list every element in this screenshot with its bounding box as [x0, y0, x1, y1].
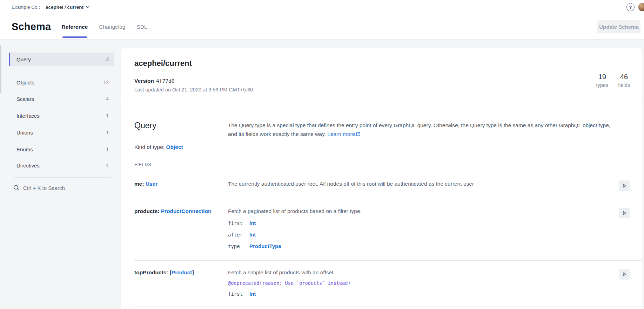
version-line: Version4f77d0 [134, 78, 174, 84]
play-icon [622, 183, 627, 188]
sidebar-item-query[interactable]: Query 3 [9, 53, 114, 66]
arg-type-link[interactable]: Int [249, 231, 617, 239]
page-title: Schema [12, 21, 51, 33]
type-description: The Query type is a special type that de… [228, 121, 617, 138]
stat-types: 19 types [596, 73, 608, 88]
arg-type-link[interactable]: Int [249, 290, 617, 298]
sidebar-item-enums[interactable]: Enums 1 [9, 143, 114, 156]
sidebar-item-directives[interactable]: Directives 4 [9, 159, 114, 172]
field-args: first Int after Int type ProductType [228, 219, 617, 250]
field-type-link[interactable]: ProductConnection [161, 208, 212, 214]
external-link-icon [356, 132, 360, 136]
run-in-explorer-button[interactable] [619, 208, 630, 218]
kind-of-type-link[interactable]: Object [166, 144, 183, 150]
tab-sdl[interactable]: SDL [136, 14, 147, 39]
version-value: 4f77d0 [156, 78, 174, 84]
sidebar-item-interfaces[interactable]: Interfaces 1 [9, 109, 114, 122]
update-schema-button[interactable]: Update Schema [597, 20, 640, 33]
run-in-explorer-button[interactable] [619, 269, 630, 280]
type-name: Query [134, 121, 228, 138]
arg-name: type [228, 242, 249, 250]
field-type-link[interactable]: Product [172, 269, 192, 275]
arg-name: after [228, 231, 249, 239]
sidebar-divider [14, 70, 110, 70]
graph-title: acephei/current [134, 59, 192, 68]
schema-reference-card: acephei/current Version4f77d0 Last updat… [121, 48, 642, 309]
search-hint: Ctrl + K to Search [23, 185, 65, 191]
field-row-partial [134, 307, 642, 309]
sidebar-item-scalars[interactable]: Scalars 4 [9, 92, 114, 105]
sidebar-count: 12 [103, 80, 109, 85]
tab-bar: Reference Changelog SDL [61, 14, 147, 39]
sidebar-item-unions[interactable]: Unions 1 [9, 126, 114, 139]
field-row-topproducts: topProducts: [Product] Fetch a simple li… [134, 261, 642, 307]
field-row-products: products: ProductConnection Fetch a pagi… [134, 199, 642, 261]
active-tab-underline [62, 36, 87, 38]
tab-reference[interactable]: Reference [61, 14, 88, 39]
schema-stats: 19 types 46 fields [596, 73, 630, 88]
kind-of-type-row: Kind of type: Object [134, 144, 629, 150]
schema-type-sidebar: Query 3 Objects 12 Scalars 4 Interfaces … [0, 40, 121, 309]
content-area: Query 3 Objects 12 Scalars 4 Interfaces … [0, 40, 644, 309]
sidebar-item-objects[interactable]: Objects 12 [9, 76, 114, 89]
search-icon [13, 185, 20, 191]
graph-selector-label: acephei / current [46, 5, 83, 10]
sidebar-divider [14, 177, 110, 178]
fields-section-label: FIELDS [134, 162, 629, 167]
arg-name: first [228, 219, 249, 227]
tab-changelog[interactable]: Changelog [99, 14, 125, 39]
arg-row: type ProductType [228, 242, 617, 250]
chevron-down-icon [86, 6, 89, 8]
play-icon [622, 211, 627, 215]
deprecated-annotation: @deprecated(reason: Use `products` inste… [228, 279, 617, 287]
avatar[interactable] [638, 3, 644, 12]
page-header: Schema Reference Changelog SDL Update Sc… [0, 14, 644, 40]
field-name: me: User [134, 180, 228, 188]
field-description: Fetch a simple list of products with an … [228, 268, 617, 277]
run-in-explorer-button[interactable] [619, 180, 630, 191]
arg-row: first Int [228, 290, 617, 298]
arg-row: first Int [228, 219, 617, 227]
help-icon[interactable]: ? [626, 3, 635, 11]
field-type-link[interactable]: User [146, 181, 157, 187]
field-description: The currently authenticated user root. A… [228, 180, 617, 188]
learn-more-link[interactable]: Learn more [327, 131, 355, 137]
schema-search-trigger[interactable]: Ctrl + K to Search [13, 185, 65, 191]
graph-summary-header: acephei/current Version4f77d0 Last updat… [121, 48, 642, 103]
field-name: products: ProductConnection [134, 207, 228, 250]
sidebar-count: 1 [106, 146, 109, 152]
play-icon [622, 272, 627, 277]
graph-selector-dropdown[interactable]: acephei / current [46, 5, 89, 10]
field-row-me: me: User The currently authenticated use… [134, 172, 642, 199]
page-scrollbar[interactable] [0, 45, 1, 93]
field-description: Fetch a paginated list of products based… [228, 207, 617, 215]
sidebar-count: 4 [106, 96, 109, 102]
arg-type-link[interactable]: ProductType [249, 242, 617, 250]
field-args: first Int [228, 290, 617, 298]
org-label: Example Co.: [12, 5, 40, 10]
type-section-query: Query The Query type is a special type t… [121, 103, 642, 167]
top-bar: Example Co.: acephei / current ? [0, 0, 644, 14]
last-updated: Last updated on Oct 21, 2020 at 9:53 PM … [134, 87, 253, 92]
sidebar-count: 1 [106, 113, 109, 118]
sidebar-count: 4 [106, 163, 109, 168]
stat-fields: 46 fields [618, 73, 630, 88]
arg-row: after Int [228, 231, 617, 239]
arg-type-link[interactable]: Int [249, 219, 617, 227]
field-name: topProducts: [Product] [134, 268, 228, 298]
version-label: Version [134, 78, 154, 84]
sidebar-count: 1 [106, 130, 109, 135]
arg-name: first [228, 290, 249, 298]
sidebar-count: 3 [106, 56, 109, 62]
